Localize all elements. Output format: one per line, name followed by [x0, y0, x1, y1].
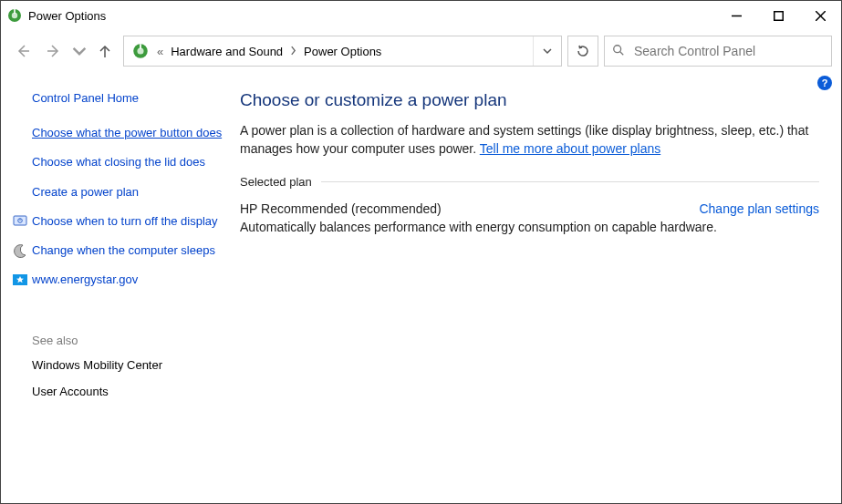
close-button[interactable]	[799, 1, 841, 30]
svg-rect-12	[140, 44, 141, 49]
see-also-mobility-center[interactable]: Windows Mobility Center	[32, 358, 227, 372]
sidebar-link-energystar[interactable]: www.energystar.gov	[32, 272, 138, 288]
sidebar-link-display-off[interactable]: Choose when to turn off the display	[32, 213, 218, 230]
breadcrumb-item[interactable]: Hardware and Sound	[167, 45, 286, 58]
sidebar-link-sleep[interactable]: Change when the computer sleeps	[32, 242, 215, 259]
plan-name: HP Recommended (recommended)	[240, 201, 442, 216]
refresh-button[interactable]	[567, 36, 598, 67]
see-also-label: See also	[32, 334, 227, 347]
see-also-user-accounts[interactable]: User Accounts	[32, 385, 227, 398]
help-button[interactable]: ?	[817, 76, 832, 90]
up-button[interactable]	[92, 38, 118, 64]
recent-locations-button[interactable]	[72, 38, 87, 64]
search-icon	[612, 44, 634, 59]
change-plan-settings-link[interactable]: Change plan settings	[699, 201, 819, 216]
search-box[interactable]	[604, 36, 832, 67]
display-timeout-icon	[12, 213, 28, 230]
address-bar[interactable]: « Hardware and Sound Power Options	[123, 36, 562, 67]
address-dropdown-button[interactable]	[533, 36, 561, 66]
svg-point-13	[614, 45, 621, 52]
maximize-button[interactable]	[757, 1, 799, 30]
sidebar-link-power-button[interactable]: Choose what the power button does	[32, 125, 227, 141]
back-button[interactable]	[10, 38, 36, 64]
page-heading: Choose or customize a power plan	[240, 90, 819, 110]
breadcrumb-prefix: «	[157, 45, 163, 58]
plan-description: Automatically balances performance with …	[240, 220, 819, 234]
svg-line-14	[620, 51, 624, 55]
power-options-icon	[131, 42, 150, 60]
window-title: Power Options	[28, 9, 106, 23]
chevron-right-icon[interactable]	[290, 45, 296, 58]
sidebar-link-create-plan[interactable]: Create a power plan	[32, 184, 227, 201]
svg-rect-4	[774, 11, 783, 20]
forward-button[interactable]	[41, 38, 67, 64]
divider	[321, 181, 819, 182]
sidebar-link-closing-lid[interactable]: Choose what closing the lid does	[32, 154, 227, 170]
energystar-icon	[12, 272, 28, 288]
breadcrumb-item[interactable]: Power Options	[300, 45, 385, 58]
section-label: Selected plan	[240, 175, 312, 189]
search-input[interactable]	[634, 44, 824, 58]
page-description: A power plan is a collection of hardware…	[240, 121, 819, 159]
minimize-button[interactable]	[715, 1, 757, 30]
sleep-icon	[12, 242, 28, 259]
power-options-icon	[6, 7, 23, 24]
svg-rect-2	[14, 9, 16, 14]
control-panel-home-link[interactable]: Control Panel Home	[32, 90, 227, 107]
learn-more-link[interactable]: Tell me more about power plans	[480, 141, 660, 156]
